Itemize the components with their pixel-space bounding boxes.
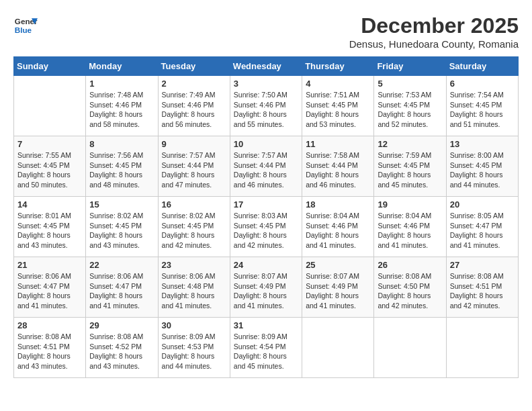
day-number: 28 bbox=[17, 320, 82, 330]
day-number: 6 bbox=[450, 79, 515, 89]
calendar-cell: 7Sunrise: 7:55 AM Sunset: 4:45 PM Daylig… bbox=[14, 136, 86, 197]
calendar-cell: 22Sunrise: 8:06 AM Sunset: 4:47 PM Dayli… bbox=[86, 257, 158, 318]
calendar-cell: 10Sunrise: 7:57 AM Sunset: 4:44 PM Dayli… bbox=[230, 136, 302, 197]
location-subtitle: Densus, Hunedoara County, Romania bbox=[349, 38, 519, 50]
day-number: 2 bbox=[162, 79, 226, 89]
day-info: Sunrise: 8:09 AM Sunset: 4:53 PM Dayligh… bbox=[162, 332, 226, 371]
calendar-cell: 17Sunrise: 8:03 AM Sunset: 4:45 PM Dayli… bbox=[230, 197, 302, 257]
day-number: 21 bbox=[17, 260, 82, 270]
day-info: Sunrise: 7:51 AM Sunset: 4:45 PM Dayligh… bbox=[306, 90, 370, 130]
header-day: Wednesday bbox=[230, 57, 302, 76]
calendar-cell bbox=[374, 318, 446, 378]
calendar-cell bbox=[446, 318, 518, 378]
day-number: 3 bbox=[234, 79, 298, 89]
day-number: 15 bbox=[89, 199, 154, 210]
day-number: 14 bbox=[17, 199, 82, 210]
day-number: 22 bbox=[89, 260, 154, 270]
day-info: Sunrise: 8:02 AM Sunset: 4:45 PM Dayligh… bbox=[162, 211, 226, 250]
day-info: Sunrise: 8:08 AM Sunset: 4:52 PM Dayligh… bbox=[89, 332, 154, 371]
calendar-cell bbox=[14, 76, 86, 136]
calendar-cell: 31Sunrise: 8:09 AM Sunset: 4:54 PM Dayli… bbox=[230, 318, 302, 378]
header-day: Tuesday bbox=[158, 57, 230, 76]
calendar-cell: 18Sunrise: 8:04 AM Sunset: 4:46 PM Dayli… bbox=[302, 197, 374, 257]
calendar-cell: 12Sunrise: 7:59 AM Sunset: 4:45 PM Dayli… bbox=[374, 136, 446, 197]
day-info: Sunrise: 8:09 AM Sunset: 4:54 PM Dayligh… bbox=[234, 332, 298, 371]
day-number: 23 bbox=[162, 260, 226, 270]
calendar-cell: 13Sunrise: 8:00 AM Sunset: 4:45 PM Dayli… bbox=[446, 136, 518, 197]
header-day: Friday bbox=[374, 57, 446, 76]
day-info: Sunrise: 8:02 AM Sunset: 4:45 PM Dayligh… bbox=[89, 211, 154, 250]
day-info: Sunrise: 8:08 AM Sunset: 4:50 PM Dayligh… bbox=[378, 271, 442, 311]
day-number: 25 bbox=[306, 260, 370, 270]
day-info: Sunrise: 8:06 AM Sunset: 4:47 PM Dayligh… bbox=[89, 271, 154, 311]
calendar-cell: 14Sunrise: 8:01 AM Sunset: 4:45 PM Dayli… bbox=[14, 197, 86, 257]
day-number: 12 bbox=[378, 139, 442, 149]
day-info: Sunrise: 8:06 AM Sunset: 4:47 PM Dayligh… bbox=[17, 271, 82, 311]
calendar-week: 1Sunrise: 7:48 AM Sunset: 4:46 PM Daylig… bbox=[14, 76, 519, 136]
logo-icon: General Blue bbox=[13, 13, 38, 38]
day-info: Sunrise: 8:08 AM Sunset: 4:51 PM Dayligh… bbox=[17, 332, 82, 371]
calendar-week: 7Sunrise: 7:55 AM Sunset: 4:45 PM Daylig… bbox=[14, 136, 519, 197]
header-day: Sunday bbox=[14, 57, 86, 76]
calendar-cell: 3Sunrise: 7:50 AM Sunset: 4:46 PM Daylig… bbox=[230, 76, 302, 136]
calendar-cell: 1Sunrise: 7:48 AM Sunset: 4:46 PM Daylig… bbox=[86, 76, 158, 136]
day-number: 24 bbox=[234, 260, 298, 270]
calendar-cell: 27Sunrise: 8:08 AM Sunset: 4:51 PM Dayli… bbox=[446, 257, 518, 318]
calendar-cell: 21Sunrise: 8:06 AM Sunset: 4:47 PM Dayli… bbox=[14, 257, 86, 318]
calendar-cell bbox=[302, 318, 374, 378]
calendar-week: 28Sunrise: 8:08 AM Sunset: 4:51 PM Dayli… bbox=[14, 318, 519, 378]
day-number: 16 bbox=[162, 199, 226, 210]
title-block: December 2025 Densus, Hunedoara County, … bbox=[349, 13, 519, 50]
day-number: 10 bbox=[234, 139, 298, 149]
day-info: Sunrise: 7:59 AM Sunset: 4:45 PM Dayligh… bbox=[378, 150, 442, 190]
day-info: Sunrise: 7:54 AM Sunset: 4:45 PM Dayligh… bbox=[450, 90, 515, 130]
day-info: Sunrise: 7:53 AM Sunset: 4:45 PM Dayligh… bbox=[378, 90, 442, 130]
day-info: Sunrise: 8:01 AM Sunset: 4:45 PM Dayligh… bbox=[17, 211, 82, 250]
day-number: 27 bbox=[450, 260, 515, 270]
day-info: Sunrise: 7:56 AM Sunset: 4:45 PM Dayligh… bbox=[89, 150, 154, 190]
calendar-cell: 2Sunrise: 7:49 AM Sunset: 4:46 PM Daylig… bbox=[158, 76, 230, 136]
calendar-cell: 24Sunrise: 8:07 AM Sunset: 4:49 PM Dayli… bbox=[230, 257, 302, 318]
calendar-cell: 26Sunrise: 8:08 AM Sunset: 4:50 PM Dayli… bbox=[374, 257, 446, 318]
day-number: 8 bbox=[89, 139, 154, 149]
day-number: 13 bbox=[450, 139, 515, 149]
calendar-cell: 9Sunrise: 7:57 AM Sunset: 4:44 PM Daylig… bbox=[158, 136, 230, 197]
page-header: General Blue December 2025 Densus, Huned… bbox=[13, 13, 519, 50]
day-number: 18 bbox=[306, 199, 370, 210]
day-number: 1 bbox=[89, 79, 154, 89]
day-info: Sunrise: 8:04 AM Sunset: 4:46 PM Dayligh… bbox=[306, 211, 370, 250]
day-info: Sunrise: 7:49 AM Sunset: 4:46 PM Dayligh… bbox=[162, 90, 226, 130]
day-number: 17 bbox=[234, 199, 298, 210]
header-day: Saturday bbox=[446, 57, 518, 76]
day-number: 7 bbox=[17, 139, 82, 149]
day-number: 20 bbox=[450, 199, 515, 210]
day-number: 9 bbox=[162, 139, 226, 149]
calendar-cell: 8Sunrise: 7:56 AM Sunset: 4:45 PM Daylig… bbox=[86, 136, 158, 197]
calendar-cell: 19Sunrise: 8:04 AM Sunset: 4:46 PM Dayli… bbox=[374, 197, 446, 257]
day-number: 29 bbox=[89, 320, 154, 330]
calendar-body: 1Sunrise: 7:48 AM Sunset: 4:46 PM Daylig… bbox=[14, 76, 519, 378]
day-number: 4 bbox=[306, 79, 370, 89]
calendar-cell: 4Sunrise: 7:51 AM Sunset: 4:45 PM Daylig… bbox=[302, 76, 374, 136]
logo: General Blue bbox=[13, 13, 38, 38]
day-number: 26 bbox=[378, 260, 442, 270]
day-number: 30 bbox=[162, 320, 226, 330]
calendar-week: 21Sunrise: 8:06 AM Sunset: 4:47 PM Dayli… bbox=[14, 257, 519, 318]
day-info: Sunrise: 8:07 AM Sunset: 4:49 PM Dayligh… bbox=[234, 271, 298, 311]
header-row: SundayMondayTuesdayWednesdayThursdayFrid… bbox=[14, 57, 519, 76]
day-number: 5 bbox=[378, 79, 442, 89]
day-info: Sunrise: 8:07 AM Sunset: 4:49 PM Dayligh… bbox=[306, 271, 370, 311]
day-info: Sunrise: 7:57 AM Sunset: 4:44 PM Dayligh… bbox=[162, 150, 226, 190]
calendar-cell: 30Sunrise: 8:09 AM Sunset: 4:53 PM Dayli… bbox=[158, 318, 230, 378]
calendar-cell: 23Sunrise: 8:06 AM Sunset: 4:48 PM Dayli… bbox=[158, 257, 230, 318]
day-info: Sunrise: 7:48 AM Sunset: 4:46 PM Dayligh… bbox=[89, 90, 154, 130]
svg-text:Blue: Blue bbox=[15, 26, 32, 34]
day-info: Sunrise: 8:04 AM Sunset: 4:46 PM Dayligh… bbox=[378, 211, 442, 250]
day-info: Sunrise: 7:58 AM Sunset: 4:44 PM Dayligh… bbox=[306, 150, 370, 190]
day-info: Sunrise: 7:57 AM Sunset: 4:44 PM Dayligh… bbox=[234, 150, 298, 190]
day-number: 31 bbox=[234, 320, 298, 330]
calendar-week: 14Sunrise: 8:01 AM Sunset: 4:45 PM Dayli… bbox=[14, 197, 519, 257]
calendar-cell: 20Sunrise: 8:05 AM Sunset: 4:47 PM Dayli… bbox=[446, 197, 518, 257]
calendar-cell: 5Sunrise: 7:53 AM Sunset: 4:45 PM Daylig… bbox=[374, 76, 446, 136]
calendar-cell: 6Sunrise: 7:54 AM Sunset: 4:45 PM Daylig… bbox=[446, 76, 518, 136]
